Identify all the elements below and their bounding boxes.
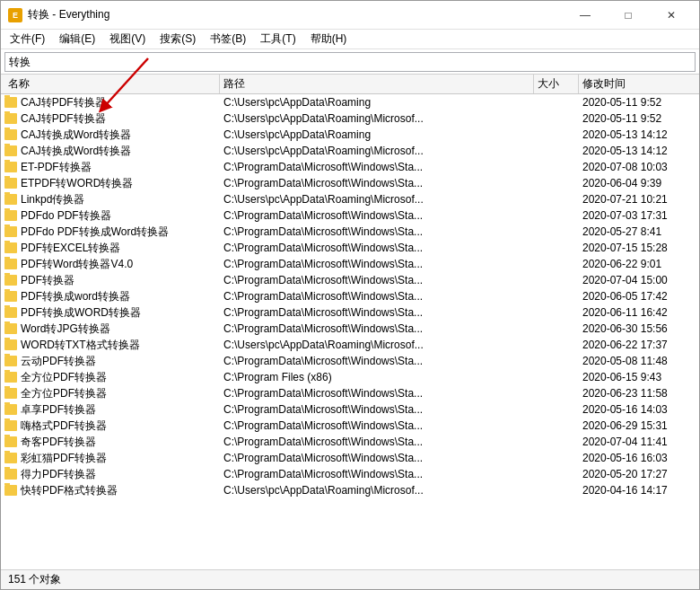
file-path: C:\ProgramData\Microsoft\Windows\Sta... — [220, 258, 534, 270]
table-row[interactable]: 彩虹猫PDF转换器C:\ProgramData\Microsoft\Window… — [1, 450, 699, 466]
file-path: C:\ProgramData\Microsoft\Windows\Sta... — [220, 177, 534, 189]
file-date: 2020-04-16 14:17 — [579, 484, 696, 497]
file-date: 2020-06-05 17:42 — [579, 290, 696, 303]
table-row[interactable]: 奇客PDF转换器C:\ProgramData\Microsoft\Windows… — [1, 434, 699, 450]
table-row[interactable]: 快转PDF格式转换器C:\Users\pc\AppData\Roaming\Mi… — [1, 482, 699, 498]
file-name: PDFdo PDF转换成Word转换器 — [4, 225, 220, 240]
table-row[interactable]: PDF转换成WORD转换器C:\ProgramData\Microsoft\Wi… — [1, 304, 699, 321]
folder-icon — [4, 178, 17, 189]
folder-icon — [4, 323, 17, 334]
file-name: CAJ转换成Word转换器 — [4, 128, 220, 143]
status-text: 151 个对象 — [8, 572, 61, 587]
table-row[interactable]: ET-PDF转换器C:\ProgramData\Microsoft\Window… — [1, 159, 699, 175]
file-name: 云动PDF转换器 — [4, 354, 220, 369]
status-bar: 151 个对象 — [1, 569, 699, 589]
table-row[interactable]: PDFdo PDF转换器C:\ProgramData\Microsoft\Win… — [1, 207, 699, 224]
table-row[interactable]: PDF转EXCEL转换器C:\ProgramData\Microsoft\Win… — [1, 240, 699, 256]
file-name: PDF转换器 — [4, 273, 220, 288]
file-date: 2020-07-04 15:00 — [579, 274, 696, 286]
column-header: 名称 路径 大小 修改时间 — [1, 75, 699, 94]
file-date: 2020-05-13 14:12 — [579, 145, 696, 157]
menu-bookmark[interactable]: 书签(B) — [203, 30, 253, 49]
table-row[interactable]: 全方位PDF转换器C:\ProgramData\Microsoft\Window… — [1, 385, 699, 401]
file-date: 2020-07-04 11:41 — [579, 436, 696, 448]
main-window: E 转换 - Everything — □ ✕ 文件(F) 编辑(E) 视图(V… — [0, 0, 700, 590]
file-date: 2020-06-11 16:42 — [579, 306, 696, 319]
folder-icon — [4, 162, 17, 172]
file-date: 2020-06-04 9:39 — [579, 177, 696, 189]
file-name: Linkpd传换器 — [4, 192, 220, 207]
table-row[interactable]: 嗨格式PDF转换器C:\ProgramData\Microsoft\Window… — [1, 418, 699, 434]
table-row[interactable]: 全方位PDF转换器C:\Program Files (x86)2020-06-1… — [1, 369, 699, 385]
folder-icon — [4, 97, 17, 108]
search-input[interactable] — [4, 52, 696, 72]
col-header-name[interactable]: 名称 — [4, 75, 220, 93]
file-list[interactable]: CAJ转PDF转换器C:\Users\pc\AppData\Roaming202… — [1, 94, 699, 569]
menu-help[interactable]: 帮助(H) — [303, 30, 354, 49]
close-button[interactable]: ✕ — [651, 1, 692, 30]
file-date: 2020-07-08 10:03 — [579, 161, 696, 173]
file-path: C:\ProgramData\Microsoft\Windows\Sta... — [220, 419, 534, 432]
menu-edit[interactable]: 编辑(E) — [52, 30, 102, 49]
window-controls: — □ ✕ — [564, 1, 692, 30]
table-row[interactable]: 得力PDF转换器C:\ProgramData\Microsoft\Windows… — [1, 466, 699, 482]
col-header-path[interactable]: 路径 — [220, 75, 534, 93]
menu-tools[interactable]: 工具(T) — [253, 30, 302, 49]
file-date: 2020-05-16 14:03 — [579, 403, 696, 416]
table-row[interactable]: PDFdo PDF转换成Word转换器C:\ProgramData\Micros… — [1, 224, 699, 240]
folder-icon — [4, 291, 17, 302]
file-path: C:\ProgramData\Microsoft\Windows\Sta... — [220, 468, 534, 480]
file-name: 卓享PDF转换器 — [4, 402, 220, 418]
menu-search[interactable]: 搜索(S) — [153, 30, 203, 49]
file-path: C:\Users\pc\AppData\Roaming\Microsof... — [220, 145, 534, 157]
folder-icon — [4, 404, 17, 415]
file-name: 奇客PDF转换器 — [4, 435, 220, 450]
file-path: C:\Users\pc\AppData\Roaming — [220, 96, 534, 109]
file-name: PDF转换成WORD转换器 — [4, 305, 220, 321]
file-name: 嗨格式PDF转换器 — [4, 418, 220, 434]
file-path: C:\ProgramData\Microsoft\Windows\Sta... — [220, 161, 534, 173]
file-date: 2020-06-22 17:37 — [579, 339, 696, 351]
table-row[interactable]: Word转JPG转换器C:\ProgramData\Microsoft\Wind… — [1, 321, 699, 337]
menu-view[interactable]: 视图(V) — [102, 30, 153, 49]
file-path: C:\ProgramData\Microsoft\Windows\Sta... — [220, 387, 534, 400]
table-row[interactable]: PDF转换器C:\ProgramData\Microsoft\Windows\S… — [1, 272, 699, 288]
folder-icon — [4, 210, 17, 221]
table-row[interactable]: PDF转换成word转换器C:\ProgramData\Microsoft\Wi… — [1, 288, 699, 304]
file-path: C:\ProgramData\Microsoft\Windows\Sta... — [220, 225, 534, 238]
search-bar — [1, 49, 699, 75]
table-row[interactable]: Linkpd传换器C:\Users\pc\AppData\Roaming\Mic… — [1, 191, 699, 207]
table-row[interactable]: CAJ转PDF转换器C:\Users\pc\AppData\Roaming202… — [1, 94, 699, 110]
table-row[interactable]: CAJ转换成Word转换器C:\Users\pc\AppData\Roaming… — [1, 127, 699, 143]
file-date: 2020-05-11 9:52 — [579, 112, 696, 125]
file-path: C:\Users\pc\AppData\Roaming\Microsof... — [220, 484, 534, 497]
file-name: 快转PDF格式转换器 — [4, 483, 220, 498]
table-row[interactable]: CAJ转PDF转换器C:\Users\pc\AppData\Roaming\Mi… — [1, 110, 699, 127]
folder-icon — [4, 420, 17, 431]
table-row[interactable]: 卓享PDF转换器C:\ProgramData\Microsoft\Windows… — [1, 401, 699, 418]
col-header-size[interactable]: 大小 — [534, 75, 579, 93]
menu-file[interactable]: 文件(F) — [3, 30, 52, 49]
maximize-button[interactable]: □ — [608, 1, 649, 30]
file-name: CAJ转PDF转换器 — [4, 111, 220, 127]
folder-icon — [4, 436, 17, 447]
folder-icon — [4, 469, 17, 480]
file-date: 2020-07-15 15:28 — [579, 242, 696, 254]
minimize-button[interactable]: — — [564, 1, 606, 30]
table-row[interactable]: WORD转TXT格式转换器C:\Users\pc\AppData\Roaming… — [1, 337, 699, 353]
file-name: 彩虹猫PDF转换器 — [4, 451, 220, 466]
file-date: 2020-06-22 9:01 — [579, 258, 696, 270]
table-row[interactable]: 云动PDF转换器C:\ProgramData\Microsoft\Windows… — [1, 353, 699, 369]
file-name: 全方位PDF转换器 — [4, 386, 220, 401]
file-path: C:\ProgramData\Microsoft\Windows\Sta... — [220, 355, 534, 367]
folder-icon — [4, 372, 17, 383]
file-date: 2020-07-03 17:31 — [579, 209, 696, 222]
col-header-date[interactable]: 修改时间 — [579, 75, 696, 93]
file-name: 得力PDF转换器 — [4, 467, 220, 482]
file-date: 2020-05-27 8:41 — [579, 225, 696, 238]
table-row[interactable]: ETPDF转WORD转换器C:\ProgramData\Microsoft\Wi… — [1, 175, 699, 191]
table-row[interactable]: CAJ转换成Word转换器C:\Users\pc\AppData\Roaming… — [1, 143, 699, 159]
file-path: C:\ProgramData\Microsoft\Windows\Sta... — [220, 452, 534, 464]
folder-icon — [4, 259, 17, 269]
table-row[interactable]: PDF转Word转换器V4.0C:\ProgramData\Microsoft\… — [1, 256, 699, 272]
